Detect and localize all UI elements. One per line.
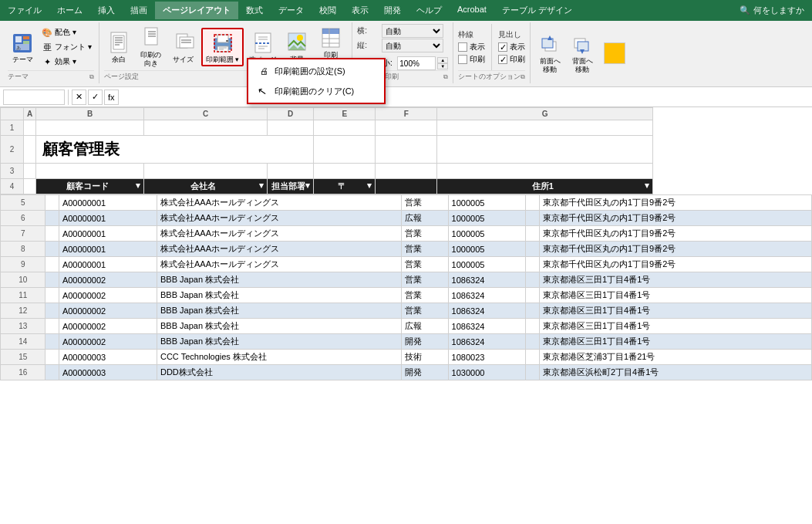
size-button[interactable]: サイズ xyxy=(169,29,198,66)
cell-f1[interactable] xyxy=(376,120,437,136)
cell-b7[interactable]: A00000001 xyxy=(59,226,157,242)
cell-f2[interactable] xyxy=(376,136,437,164)
cell-b8[interactable]: A00000001 xyxy=(59,242,157,257)
cell-b15[interactable]: A00000003 xyxy=(59,350,157,365)
theme-button[interactable]: あ テーマ xyxy=(8,29,37,66)
cell-c12[interactable]: BBB Japan 株式会社 xyxy=(157,303,401,319)
effects-button[interactable]: ✦ 効果 ▾ xyxy=(39,55,94,69)
col-b[interactable]: B xyxy=(36,108,144,120)
cell-f10[interactable] xyxy=(526,272,540,288)
cell-c13[interactable]: BBB Japan 株式会社 xyxy=(157,319,401,334)
cell-b6[interactable]: A00000001 xyxy=(59,211,157,226)
fx-button[interactable]: fx xyxy=(104,90,119,105)
cell-g4[interactable]: 住所1 ▾ xyxy=(437,179,653,194)
menu-acrobat[interactable]: Acrobat xyxy=(450,2,494,19)
cell-b3[interactable] xyxy=(36,164,144,179)
cell-c1[interactable] xyxy=(144,120,268,136)
cell-d10[interactable]: 営業 xyxy=(402,272,448,288)
cell-g6[interactable]: 東京都千代田区丸の内1丁目9番2号 xyxy=(539,211,811,226)
margins-button[interactable]: 余白 xyxy=(104,29,133,66)
cell-a10[interactable] xyxy=(45,272,59,288)
cell-a2[interactable] xyxy=(24,136,36,164)
cell-d9[interactable]: 営業 xyxy=(402,257,448,272)
cell-d1[interactable] xyxy=(268,120,314,136)
cell-d4[interactable]: 担当部署 ▾ xyxy=(268,179,314,194)
cell-c10[interactable]: BBB Japan 株式会社 xyxy=(157,272,401,288)
cell-g14[interactable]: 東京都港区三田1丁目4番1号 xyxy=(539,334,811,350)
cell-d3[interactable] xyxy=(268,164,314,179)
cell-d11[interactable]: 営業 xyxy=(402,288,448,303)
cell-a3[interactable] xyxy=(24,164,36,179)
menu-data[interactable]: データ xyxy=(271,2,312,19)
cell-c8[interactable]: 株式会社AAAホールディングス xyxy=(157,242,401,257)
cell-g2[interactable] xyxy=(437,136,653,164)
name-box[interactable] xyxy=(3,90,65,105)
send-back-button[interactable]: 背面へ 移動 xyxy=(568,31,597,76)
cell-e4[interactable]: 〒 ▾ xyxy=(314,179,376,194)
cell-d12[interactable]: 営業 xyxy=(402,303,448,319)
cell-a14[interactable] xyxy=(45,334,59,350)
cell-e7[interactable]: 1000005 xyxy=(448,226,526,242)
cell-a15[interactable] xyxy=(45,350,59,365)
cell-g16[interactable]: 東京都港区浜松町2丁目4番1号 xyxy=(539,365,811,380)
cell-d16[interactable]: 開発 xyxy=(402,365,448,380)
cell-d8[interactable]: 営業 xyxy=(402,242,448,257)
menu-table-design[interactable]: テーブル デザイン xyxy=(494,2,580,19)
confirm-button[interactable]: ✓ xyxy=(88,90,103,105)
cell-d14[interactable]: 開発 xyxy=(402,334,448,350)
cell-b1[interactable] xyxy=(36,120,144,136)
cell-a1[interactable] xyxy=(24,120,36,136)
cell-g11[interactable]: 東京都港区三田1丁目4番1号 xyxy=(539,288,811,303)
cell-c16[interactable]: DDD株式会社 xyxy=(157,365,401,380)
cell-b4[interactable]: 顧客コード ▾ xyxy=(36,179,144,194)
cell-a4[interactable] xyxy=(24,179,36,194)
menu-view[interactable]: 表示 xyxy=(344,2,376,19)
cell-e13[interactable]: 1086324 xyxy=(448,319,526,334)
cell-a16[interactable] xyxy=(45,365,59,380)
cell-b11[interactable]: A00000002 xyxy=(59,288,157,303)
cell-f16[interactable] xyxy=(526,365,540,380)
cell-a8[interactable] xyxy=(45,242,59,257)
cell-a11[interactable] xyxy=(45,288,59,303)
cell-f5[interactable] xyxy=(526,195,540,211)
cell-a6[interactable] xyxy=(45,211,59,226)
cell-f9[interactable] xyxy=(526,257,540,272)
cell-c9[interactable]: 株式会社AAAホールディングス xyxy=(157,257,401,272)
fonts-button[interactable]: 亜 フォント ▾ xyxy=(39,40,94,54)
cancel-button[interactable]: ✕ xyxy=(72,90,86,105)
scale-input[interactable] xyxy=(397,56,436,70)
menu-dev[interactable]: 開発 xyxy=(376,2,409,19)
orientation-button[interactable]: 印刷の 向き xyxy=(136,25,166,69)
cell-g1[interactable] xyxy=(437,120,653,136)
cell-e5[interactable]: 1000005 xyxy=(448,195,526,211)
clear-print-area-item[interactable]: ↖ 印刷範囲のクリア(C) xyxy=(248,81,384,101)
cell-e8[interactable]: 1000005 xyxy=(448,242,526,257)
cell-g15[interactable]: 東京都港区芝浦3丁目1番21号 xyxy=(539,350,811,365)
cell-f13[interactable] xyxy=(526,319,540,334)
menu-review[interactable]: 校閲 xyxy=(312,2,344,19)
gridlines-view-cb[interactable] xyxy=(458,42,467,52)
cell-e11[interactable]: 1086324 xyxy=(448,288,526,303)
cell-a13[interactable] xyxy=(45,319,59,334)
cell-g8[interactable]: 東京都千代田区丸の内1丁目9番2号 xyxy=(539,242,811,257)
cell-f15[interactable] xyxy=(526,350,540,365)
cell-a7[interactable] xyxy=(45,226,59,242)
col-g[interactable]: G xyxy=(437,108,653,120)
cell-b13[interactable]: A00000002 xyxy=(59,319,157,334)
color-swatch-button[interactable] xyxy=(600,39,629,67)
theme-expand-icon[interactable]: ⧉ xyxy=(89,73,94,81)
cell-g10[interactable]: 東京都港区三田1丁目4番1号 xyxy=(539,272,811,288)
cell-g9[interactable]: 東京都千代田区丸の内1丁目9番2号 xyxy=(539,257,811,272)
col-f[interactable]: F xyxy=(376,108,437,120)
scale-expand-icon[interactable]: ⧉ xyxy=(443,73,448,81)
cell-f8[interactable] xyxy=(526,242,540,257)
menu-file[interactable]: ファイル xyxy=(0,2,49,19)
cell-c14[interactable]: BBB Japan 株式会社 xyxy=(157,334,401,350)
menu-home[interactable]: ホーム xyxy=(49,2,90,19)
cell-g12[interactable]: 東京都港区三田1丁目4番1号 xyxy=(539,303,811,319)
cell-b2[interactable]: 顧客管理表 xyxy=(36,136,314,164)
cell-b5[interactable]: A00000001 xyxy=(59,195,157,211)
col-e[interactable]: E xyxy=(314,108,376,120)
cell-f6[interactable] xyxy=(526,211,540,226)
print-area-button[interactable]: 印刷範囲 ▾ xyxy=(201,28,244,67)
